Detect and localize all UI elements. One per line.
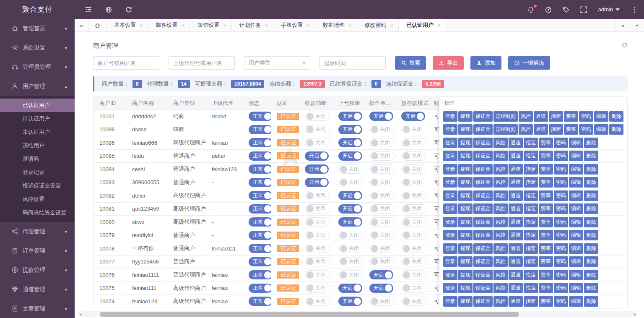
- op-delete-button[interactable]: 删除: [584, 203, 598, 214]
- op-login-button[interactable]: 登录: [443, 190, 457, 201]
- op-withdraw-button[interactable]: 提现: [458, 270, 473, 280]
- op-delete-button[interactable]: 删除: [584, 217, 598, 227]
- op-delete-button[interactable]: 删除: [584, 243, 598, 254]
- op-password-button[interactable]: 密码: [554, 190, 568, 201]
- op-assign-button[interactable]: 指定: [524, 296, 538, 307]
- upload-toggle-off[interactable]: 关闭: [338, 178, 364, 187]
- upload-toggle-off[interactable]: 关闭: [338, 270, 364, 279]
- payment-toggle-on[interactable]: 开启: [305, 178, 329, 187]
- scrollbar-thumb[interactable]: [100, 312, 519, 317]
- op-delete-button[interactable]: 删除: [584, 270, 598, 280]
- op-rate-button[interactable]: 费率: [564, 111, 578, 122]
- prestore-toggle-off[interactable]: 关闭: [401, 204, 426, 214]
- op-risk-button[interactable]: 风控: [493, 256, 508, 267]
- status-toggle-on[interactable]: 正常: [249, 231, 271, 240]
- op-margin-button[interactable]: 保证金: [473, 124, 493, 135]
- op-channel-button[interactable]: 通道: [509, 270, 523, 280]
- op-withdraw-button[interactable]: 提现: [458, 177, 473, 188]
- op-password-button[interactable]: 密码: [554, 151, 568, 161]
- op-assign-button[interactable]: 指定: [524, 177, 538, 188]
- op-channel-button[interactable]: 通道: [534, 111, 548, 122]
- sidebar-item-home[interactable]: 管理首页▾: [0, 19, 75, 38]
- op-edit-button[interactable]: 编辑: [594, 111, 608, 122]
- op-rate-button[interactable]: 费率: [539, 270, 553, 280]
- opmoney-toggle-off[interactable]: 关闭: [369, 297, 395, 306]
- op-assign-button[interactable]: 指定: [524, 151, 538, 161]
- fullscreen-icon[interactable]: [576, 0, 591, 19]
- payment-toggle-off[interactable]: 关闭: [305, 231, 330, 240]
- opmoney-toggle-off[interactable]: 关闭: [369, 191, 395, 200]
- op-risk-button[interactable]: 风控: [519, 111, 533, 122]
- opmoney-toggle-off[interactable]: 关闭: [369, 217, 395, 227]
- prestore-toggle-on[interactable]: 开启: [401, 112, 425, 121]
- op-login-button[interactable]: 登录: [443, 296, 457, 307]
- upload-toggle-on[interactable]: 开启: [338, 138, 362, 147]
- op-password-button[interactable]: 密码: [554, 164, 568, 175]
- op-rate-button[interactable]: 费率: [539, 138, 553, 148]
- status-toggle-on[interactable]: 正常: [249, 138, 271, 147]
- prestore-toggle-off[interactable]: 关闭: [401, 164, 426, 174]
- op-password-button[interactable]: 密码: [554, 283, 568, 293]
- status-toggle-on[interactable]: 正常: [249, 164, 271, 174]
- op-rate-button[interactable]: 费率: [539, 190, 553, 201]
- tab-已认证用户[interactable]: 已认证用户×: [399, 19, 446, 31]
- op-rate-button[interactable]: 费率: [539, 256, 553, 267]
- sidebar-item-gear[interactable]: 系统设置▾: [0, 38, 75, 57]
- op-delete-button[interactable]: 删除: [584, 256, 598, 267]
- bell-icon[interactable]: [524, 0, 538, 19]
- op-rate-button[interactable]: 费率: [539, 203, 553, 214]
- op-delete-button[interactable]: 删除: [609, 111, 623, 122]
- opmoney-toggle-off[interactable]: 关闭: [369, 231, 395, 240]
- close-tab-icon[interactable]: ×: [182, 22, 185, 29]
- admin-menu[interactable]: admin: [594, 6, 624, 13]
- op-risk-button[interactable]: 风控: [493, 164, 508, 175]
- op-login-button[interactable]: 登录: [443, 177, 457, 188]
- op-login-button[interactable]: 登录: [443, 111, 457, 122]
- sidebar-subitem[interactable]: 投诉保证金设置: [0, 179, 75, 193]
- opmoney-toggle-off[interactable]: 关闭: [369, 178, 395, 187]
- prestore-toggle-off[interactable]: 关闭: [401, 217, 426, 227]
- op-edit-button[interactable]: 编辑: [569, 190, 583, 201]
- status-toggle-on[interactable]: 正常: [249, 151, 271, 161]
- sidebar-subitem[interactable]: 待认证用户: [0, 112, 75, 125]
- close-tab-icon[interactable]: ×: [306, 22, 310, 29]
- tab-手机设置[interactable]: 手机设置×: [273, 19, 315, 31]
- prestore-toggle-off[interactable]: 关闭: [401, 178, 426, 187]
- op-edit-button[interactable]: 编辑: [569, 283, 583, 293]
- status-toggle-on[interactable]: 正常: [249, 112, 271, 121]
- prestore-toggle-off[interactable]: 关闭: [401, 257, 426, 266]
- op-margin-button[interactable]: 保证金: [473, 256, 493, 267]
- prestore-toggle-off[interactable]: 关闭: [401, 125, 426, 134]
- more-vert-icon[interactable]: [627, 0, 641, 19]
- payment-toggle-off[interactable]: 关闭: [305, 112, 330, 121]
- payment-toggle-off[interactable]: 关闭: [305, 204, 330, 214]
- op-login-button[interactable]: 登录: [443, 230, 457, 240]
- export-button[interactable]: 导出: [433, 56, 464, 70]
- op-assign-button[interactable]: 指定: [524, 217, 538, 227]
- op-password-button[interactable]: 密码: [579, 124, 593, 135]
- upload-toggle-on[interactable]: 开启: [338, 125, 362, 134]
- op-withdraw-button[interactable]: 提现: [458, 296, 473, 307]
- opmoney-toggle-off[interactable]: 关闭: [369, 244, 395, 253]
- opmoney-toggle-off[interactable]: 关闭: [369, 257, 395, 266]
- dashboard-icon[interactable]: [541, 0, 556, 19]
- upload-toggle-off[interactable]: 关闭: [338, 244, 364, 253]
- op-login-button[interactable]: 登录: [443, 270, 457, 280]
- tabs-scroll-left[interactable]: «: [75, 19, 89, 31]
- op-margin-button[interactable]: 保证金: [473, 177, 493, 188]
- prestore-toggle-off[interactable]: 关闭: [401, 297, 426, 306]
- op-rate-button[interactable]: 费率: [539, 283, 553, 293]
- op-margin-button[interactable]: 保证金: [473, 217, 493, 227]
- prestore-toggle-off[interactable]: 关闭: [401, 244, 426, 253]
- op-login-button[interactable]: 登录: [443, 203, 457, 214]
- op-delete-button[interactable]: 删除: [584, 151, 598, 161]
- op-edit-button[interactable]: 编辑: [569, 177, 583, 188]
- payment-toggle-off[interactable]: 关闭: [305, 297, 330, 306]
- merchant-search-input[interactable]: [93, 56, 159, 70]
- op-assign-button[interactable]: 指定: [524, 270, 538, 280]
- payment-toggle-on[interactable]: 开启: [305, 164, 329, 174]
- payment-toggle-on[interactable]: 开启: [305, 151, 329, 161]
- op-margin-button[interactable]: 保证金: [473, 203, 493, 214]
- scrollbar-track[interactable]: [83, 311, 632, 317]
- prestore-toggle-off[interactable]: 关闭: [401, 151, 426, 161]
